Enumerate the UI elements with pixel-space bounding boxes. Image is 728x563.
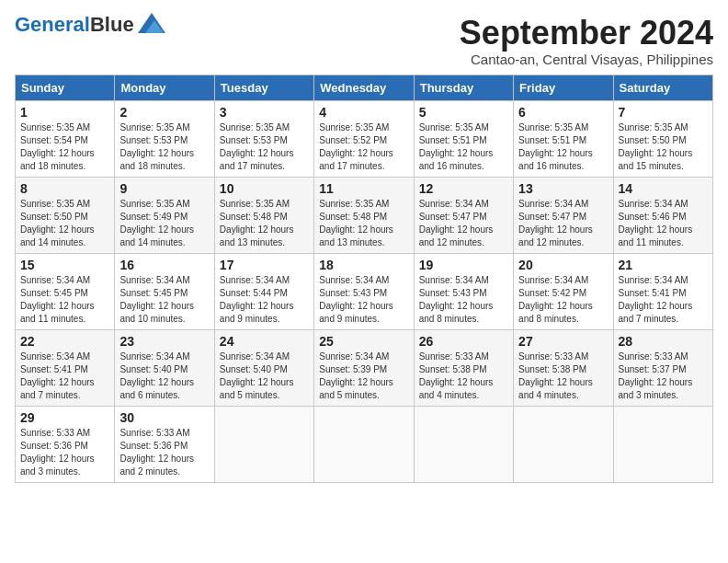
day-number: 7: [619, 105, 708, 120]
day-info: Sunrise: 5:34 AM Sunset: 5:46 PM Dayligh…: [619, 198, 708, 249]
calendar-day-cell: 1 Sunrise: 5:35 AM Sunset: 5:54 PM Dayli…: [16, 100, 115, 177]
day-info: Sunrise: 5:34 AM Sunset: 5:40 PM Dayligh…: [220, 350, 309, 402]
day-number: 1: [20, 105, 109, 120]
calendar-week-row: 1 Sunrise: 5:35 AM Sunset: 5:54 PM Dayli…: [16, 100, 713, 177]
weekday-header: Sunday: [16, 75, 115, 100]
calendar-header-row: SundayMondayTuesdayWednesdayThursdayFrid…: [16, 75, 713, 100]
calendar-day-cell: 12 Sunrise: 5:34 AM Sunset: 5:47 PM Dayl…: [414, 177, 513, 253]
day-number: 30: [119, 410, 209, 425]
calendar-day-cell: 29 Sunrise: 5:33 AM Sunset: 5:36 PM Dayl…: [16, 406, 115, 482]
day-number: 27: [518, 334, 608, 349]
day-number: 16: [119, 258, 209, 272]
day-number: 23: [119, 334, 209, 349]
day-number: 15: [20, 258, 109, 272]
weekday-header: Thursday: [414, 75, 513, 100]
calendar-day-cell: 27 Sunrise: 5:33 AM Sunset: 5:38 PM Dayl…: [514, 329, 613, 406]
calendar-day-cell: 7 Sunrise: 5:35 AM Sunset: 5:50 PM Dayli…: [613, 100, 712, 177]
day-info: Sunrise: 5:34 AM Sunset: 5:43 PM Dayligh…: [319, 274, 408, 326]
weekday-header: Monday: [115, 75, 214, 100]
calendar-day-cell: [613, 406, 712, 482]
day-info: Sunrise: 5:35 AM Sunset: 5:48 PM Dayligh…: [319, 198, 408, 249]
title-block: September 2024 Cantao-an, Central Visaya…: [460, 15, 713, 67]
day-info: Sunrise: 5:33 AM Sunset: 5:36 PM Dayligh…: [119, 427, 209, 478]
calendar-day-cell: 22 Sunrise: 5:34 AM Sunset: 5:41 PM Dayl…: [16, 329, 115, 406]
calendar-week-row: 22 Sunrise: 5:34 AM Sunset: 5:41 PM Dayl…: [16, 329, 713, 406]
day-info: Sunrise: 5:34 AM Sunset: 5:47 PM Dayligh…: [518, 198, 608, 249]
day-info: Sunrise: 5:34 AM Sunset: 5:39 PM Dayligh…: [319, 350, 408, 402]
calendar-table: SundayMondayTuesdayWednesdayThursdayFrid…: [15, 75, 713, 483]
day-info: Sunrise: 5:34 AM Sunset: 5:41 PM Dayligh…: [20, 350, 109, 402]
day-info: Sunrise: 5:34 AM Sunset: 5:42 PM Dayligh…: [518, 274, 608, 326]
calendar-day-cell: 15 Sunrise: 5:34 AM Sunset: 5:45 PM Dayl…: [16, 253, 115, 329]
day-number: 25: [319, 334, 408, 349]
day-info: Sunrise: 5:35 AM Sunset: 5:51 PM Dayligh…: [518, 121, 608, 173]
calendar-day-cell: 18 Sunrise: 5:34 AM Sunset: 5:43 PM Dayl…: [314, 253, 414, 329]
calendar-day-cell: [414, 406, 513, 482]
day-number: 18: [319, 258, 408, 272]
logo-icon: [138, 13, 165, 33]
day-info: Sunrise: 5:34 AM Sunset: 5:41 PM Dayligh…: [619, 274, 708, 326]
day-number: 28: [619, 334, 708, 349]
calendar-week-row: 29 Sunrise: 5:33 AM Sunset: 5:36 PM Dayl…: [16, 406, 713, 482]
location-subtitle: Cantao-an, Central Visayas, Philippines: [460, 52, 713, 67]
day-info: Sunrise: 5:35 AM Sunset: 5:51 PM Dayligh…: [419, 121, 508, 173]
calendar-day-cell: 11 Sunrise: 5:35 AM Sunset: 5:48 PM Dayl…: [314, 177, 414, 253]
day-info: Sunrise: 5:33 AM Sunset: 5:36 PM Dayligh…: [20, 427, 109, 478]
day-number: 24: [220, 334, 309, 349]
day-number: 2: [119, 105, 209, 120]
calendar-day-cell: 26 Sunrise: 5:33 AM Sunset: 5:38 PM Dayl…: [414, 329, 513, 406]
calendar-day-cell: 5 Sunrise: 5:35 AM Sunset: 5:51 PM Dayli…: [414, 100, 513, 177]
calendar-day-cell: 4 Sunrise: 5:35 AM Sunset: 5:52 PM Dayli…: [314, 100, 414, 177]
calendar-day-cell: 8 Sunrise: 5:35 AM Sunset: 5:50 PM Dayli…: [16, 177, 115, 253]
day-number: 13: [518, 181, 608, 196]
calendar-day-cell: 19 Sunrise: 5:34 AM Sunset: 5:43 PM Dayl…: [414, 253, 513, 329]
day-number: 14: [619, 181, 708, 196]
calendar-day-cell: [214, 406, 313, 482]
calendar-day-cell: 21 Sunrise: 5:34 AM Sunset: 5:41 PM Dayl…: [613, 253, 712, 329]
day-info: Sunrise: 5:35 AM Sunset: 5:53 PM Dayligh…: [220, 121, 309, 173]
logo-general: General: [15, 13, 90, 36]
day-info: Sunrise: 5:35 AM Sunset: 5:48 PM Dayligh…: [220, 198, 309, 249]
day-info: Sunrise: 5:35 AM Sunset: 5:49 PM Dayligh…: [119, 198, 209, 249]
calendar-day-cell: 9 Sunrise: 5:35 AM Sunset: 5:49 PM Dayli…: [115, 177, 214, 253]
page-header: GeneralBlue September 2024 Cantao-an, Ce…: [15, 15, 713, 67]
calendar-day-cell: [314, 406, 414, 482]
day-number: 3: [220, 105, 309, 120]
day-number: 19: [419, 258, 508, 272]
day-number: 4: [319, 105, 408, 120]
weekday-header: Wednesday: [314, 75, 414, 100]
day-info: Sunrise: 5:35 AM Sunset: 5:52 PM Dayligh…: [319, 121, 408, 173]
day-number: 22: [20, 334, 109, 349]
day-number: 6: [518, 105, 608, 120]
day-info: Sunrise: 5:34 AM Sunset: 5:45 PM Dayligh…: [20, 274, 109, 326]
calendar-week-row: 8 Sunrise: 5:35 AM Sunset: 5:50 PM Dayli…: [16, 177, 713, 253]
calendar-day-cell: 3 Sunrise: 5:35 AM Sunset: 5:53 PM Dayli…: [214, 100, 313, 177]
day-info: Sunrise: 5:34 AM Sunset: 5:45 PM Dayligh…: [119, 274, 209, 326]
calendar-day-cell: 20 Sunrise: 5:34 AM Sunset: 5:42 PM Dayl…: [514, 253, 613, 329]
day-number: 5: [419, 105, 508, 120]
day-info: Sunrise: 5:34 AM Sunset: 5:40 PM Dayligh…: [119, 350, 209, 402]
calendar-day-cell: 16 Sunrise: 5:34 AM Sunset: 5:45 PM Dayl…: [115, 253, 214, 329]
day-info: Sunrise: 5:35 AM Sunset: 5:50 PM Dayligh…: [619, 121, 708, 173]
day-info: Sunrise: 5:33 AM Sunset: 5:38 PM Dayligh…: [518, 350, 608, 402]
month-title: September 2024: [460, 15, 713, 52]
calendar-day-cell: 2 Sunrise: 5:35 AM Sunset: 5:53 PM Dayli…: [115, 100, 214, 177]
day-info: Sunrise: 5:35 AM Sunset: 5:53 PM Dayligh…: [119, 121, 209, 173]
logo: GeneralBlue: [15, 15, 165, 35]
day-info: Sunrise: 5:34 AM Sunset: 5:47 PM Dayligh…: [419, 198, 508, 249]
calendar-day-cell: 6 Sunrise: 5:35 AM Sunset: 5:51 PM Dayli…: [514, 100, 613, 177]
day-info: Sunrise: 5:35 AM Sunset: 5:54 PM Dayligh…: [20, 121, 109, 173]
day-number: 10: [220, 181, 309, 196]
calendar-day-cell: 24 Sunrise: 5:34 AM Sunset: 5:40 PM Dayl…: [214, 329, 313, 406]
day-number: 8: [20, 181, 109, 196]
day-number: 11: [319, 181, 408, 196]
day-number: 12: [419, 181, 508, 196]
weekday-header: Tuesday: [214, 75, 313, 100]
calendar-day-cell: 17 Sunrise: 5:34 AM Sunset: 5:44 PM Dayl…: [214, 253, 313, 329]
day-number: 29: [20, 410, 109, 425]
day-number: 9: [119, 181, 209, 196]
logo-blue: Blue: [90, 13, 134, 36]
day-number: 20: [518, 258, 608, 272]
day-number: 17: [220, 258, 309, 272]
weekday-header: Friday: [514, 75, 613, 100]
